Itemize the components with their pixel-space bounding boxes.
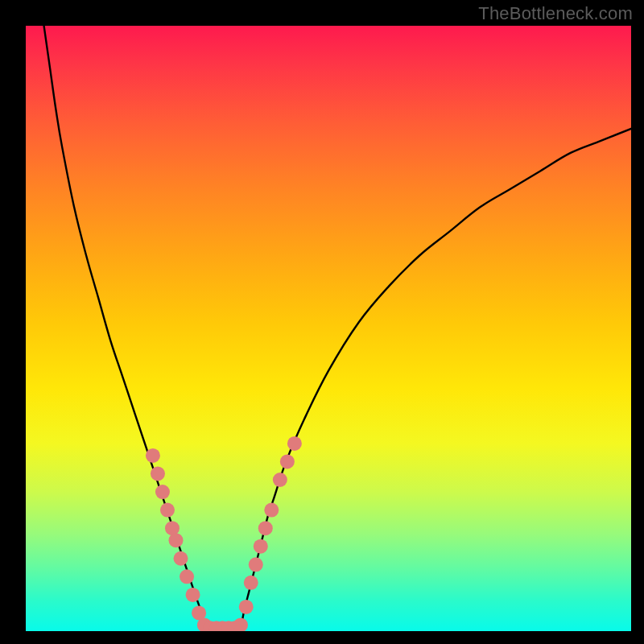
- watermark-text: TheBottleneck.com: [478, 3, 633, 24]
- curve-dot: [249, 557, 263, 572]
- chart-plot-area: [26, 26, 631, 631]
- curve-dot: [169, 533, 184, 547]
- curve-dot: [254, 539, 268, 554]
- curve-dot: [273, 473, 287, 487]
- chart-svg: [26, 26, 631, 631]
- curve-dot: [186, 588, 200, 602]
- curve-dot: [244, 576, 258, 590]
- curve-dot: [233, 617, 248, 631]
- curve-dot: [239, 600, 254, 614]
- curve-dot: [155, 485, 170, 499]
- curve-dot: [258, 521, 273, 535]
- curve-dot: [160, 503, 175, 518]
- curve-dot: [264, 503, 279, 518]
- curve-dots: [146, 436, 302, 631]
- curve-dot: [151, 466, 165, 481]
- curve-dot: [180, 569, 194, 584]
- curve-path: [44, 26, 631, 631]
- curve-dot: [287, 436, 302, 451]
- chart-stage: TheBottleneck.com: [0, 0, 644, 644]
- curve-dot: [174, 551, 188, 566]
- curve-dot: [146, 448, 160, 463]
- curve-dot: [280, 454, 295, 469]
